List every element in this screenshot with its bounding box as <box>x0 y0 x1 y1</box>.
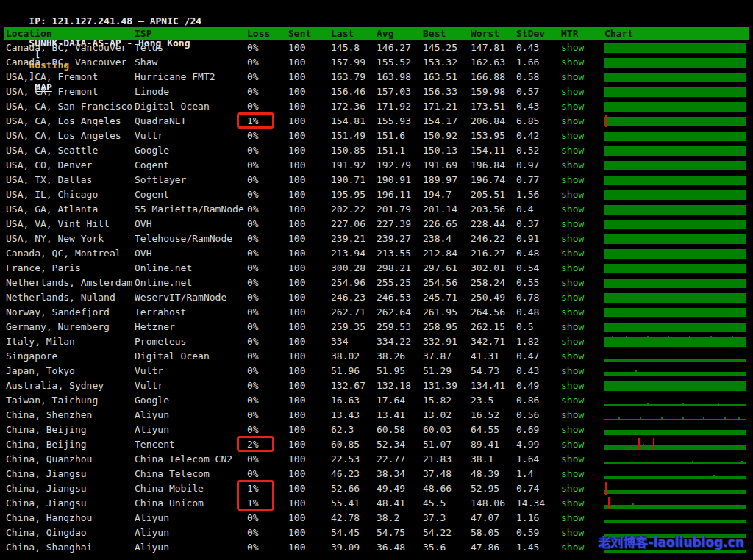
cell-stdev: 1.64 <box>516 452 561 467</box>
cell-avg: 298.21 <box>376 261 423 276</box>
cell-chart <box>604 378 749 393</box>
packet-loss-tick <box>605 482 607 495</box>
cell-chart <box>604 276 749 290</box>
mtr-show-link[interactable]: show <box>561 395 584 406</box>
mtr-show-link[interactable]: show <box>561 42 584 53</box>
latency-spark-bar <box>604 520 746 523</box>
mtr-show-link[interactable]: show <box>561 468 584 479</box>
mtr-show-link[interactable]: show <box>561 409 584 420</box>
cell-chart <box>604 393 749 408</box>
cell-best: 261.95 <box>423 305 471 320</box>
table-row: Australia, Sydney Vultr 0% 100 132.67 13… <box>4 378 749 393</box>
cell-sent: 100 <box>288 246 331 261</box>
cell-best: 191.69 <box>423 158 471 173</box>
mtr-show-link[interactable]: show <box>561 439 584 450</box>
mtr-show-link[interactable]: show <box>561 145 584 156</box>
cell-stdev: 4.99 <box>516 437 561 452</box>
spark-spike <box>647 403 649 404</box>
mtr-show-link[interactable]: show <box>561 292 584 303</box>
cell-loss: 0% <box>247 334 288 349</box>
col-sent: Sent <box>288 27 331 40</box>
cell-sent: 100 <box>288 261 331 276</box>
mtr-show-link[interactable]: show <box>561 306 584 317</box>
cell-loss: 0% <box>247 540 288 555</box>
cell-avg: 22.77 <box>376 452 423 467</box>
mtr-show-link[interactable]: show <box>561 365 584 376</box>
ping-monitor-page: IP: 121.127.241.48 — APNIC /24 AS38197 S… <box>0 0 753 560</box>
table-row: USA, CO, Denver Cogent 0% 100 191.92 192… <box>4 158 749 173</box>
table-body: Canada, BC, Vancouver Telus 0% 100 145.8… <box>4 40 749 555</box>
cell-loss: 0% <box>247 423 288 437</box>
cell-worst: 47.07 <box>471 511 516 525</box>
cell-loss: 0% <box>247 85 288 99</box>
mtr-show-link[interactable]: show <box>561 336 584 347</box>
cell-stdev: 0.97 <box>516 158 561 173</box>
cell-chart <box>604 143 749 158</box>
mtr-show-link[interactable]: show <box>561 248 584 259</box>
mtr-show-link[interactable]: show <box>561 512 584 523</box>
mtr-show-link[interactable]: show <box>561 130 584 141</box>
mtr-show-link[interactable]: show <box>561 233 584 244</box>
cell-chart <box>604 511 749 525</box>
cell-stdev: 0.91 <box>516 231 561 246</box>
cell-isp: Vultr <box>135 129 247 143</box>
mtr-show-link[interactable]: show <box>561 159 584 170</box>
mtr-show-link[interactable]: show <box>561 86 584 97</box>
mtr-show-link[interactable]: show <box>561 262 584 273</box>
cell-stdev: 0.42 <box>516 129 561 143</box>
cell-best: 245.71 <box>423 290 471 305</box>
cell-worst: 262.15 <box>471 320 516 334</box>
mtr-show-link[interactable]: show <box>561 277 584 288</box>
cell-chart <box>604 158 749 173</box>
mtr-show-link[interactable]: show <box>561 189 584 200</box>
spark-spike <box>724 417 726 419</box>
cell-sent: 100 <box>288 290 331 305</box>
mtr-show-link[interactable]: show <box>561 380 584 391</box>
mtr-show-link[interactable]: show <box>561 453 584 464</box>
latency-spark-bar <box>604 359 746 362</box>
cell-best: 37.3 <box>423 511 471 525</box>
mtr-show-link[interactable]: show <box>561 101 584 112</box>
mtr-show-link[interactable]: show <box>561 57 584 68</box>
table-row: USA, TX, Dallas Softlayer 0% 100 190.71 … <box>4 173 749 187</box>
cell-worst: 89.41 <box>471 437 516 452</box>
mtr-show-link[interactable]: show <box>561 483 584 494</box>
cell-location: Germany, Nuremberg <box>4 320 135 334</box>
cell-location: China, Jiangsu <box>4 481 135 496</box>
table-header-row: Location ISP Loss Sent Last Avg Best Wor… <box>4 27 749 40</box>
mtr-show-link[interactable]: show <box>561 321 584 332</box>
mtr-show-link[interactable]: show <box>561 204 584 215</box>
cell-best: 189.97 <box>423 173 471 187</box>
cell-best: 21.83 <box>423 452 471 467</box>
cell-chart <box>604 496 749 511</box>
latency-spark-bar <box>604 337 746 347</box>
cell-avg: 155.52 <box>376 55 423 70</box>
mtr-show-link[interactable]: show <box>561 115 584 126</box>
cell-isp: Google <box>135 393 247 408</box>
cell-last: 239.21 <box>331 231 376 246</box>
cell-stdev: 0.49 <box>516 378 561 393</box>
mtr-show-link[interactable]: show <box>561 218 584 229</box>
cell-best: 15.82 <box>423 393 471 408</box>
cell-last: 151.49 <box>331 129 376 143</box>
cell-last: 150.85 <box>331 143 376 158</box>
mtr-show-link[interactable]: show <box>561 527 584 538</box>
cell-sent: 100 <box>288 202 331 217</box>
mtr-show-link[interactable]: show <box>561 542 584 553</box>
cell-sent: 100 <box>288 55 331 70</box>
mtr-show-link[interactable]: show <box>561 424 584 435</box>
cell-stdev: 1.66 <box>516 55 561 70</box>
cell-avg: 38.2 <box>376 511 423 525</box>
cell-avg: 171.92 <box>376 99 423 114</box>
mtr-show-link[interactable]: show <box>561 71 584 82</box>
mtr-show-link[interactable]: show <box>561 174 584 185</box>
cell-last: 172.36 <box>331 99 376 114</box>
mtr-show-link[interactable]: show <box>561 351 584 362</box>
spark-spike <box>738 417 740 419</box>
cell-avg: 334.22 <box>376 334 423 349</box>
mtr-show-link[interactable]: show <box>561 498 584 509</box>
table-row: USA, CA, Fremont Hurricane FMT2 0% 100 1… <box>4 70 749 85</box>
cell-sent: 100 <box>288 467 331 481</box>
cell-last: 55.41 <box>331 496 376 511</box>
spark-spike <box>732 336 733 337</box>
